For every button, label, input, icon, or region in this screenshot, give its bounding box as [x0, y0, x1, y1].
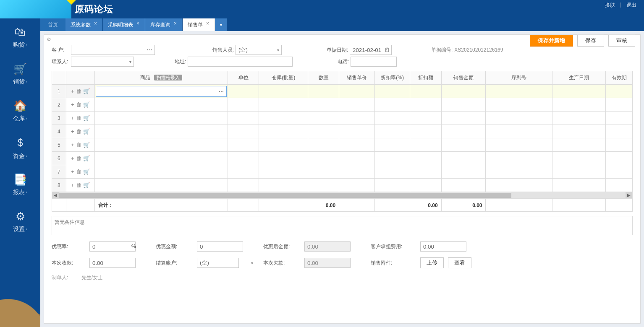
upload-button[interactable]: 上传 — [420, 257, 444, 268]
grid-cell[interactable] — [486, 138, 552, 152]
salesperson-select[interactable] — [236, 45, 282, 55]
grid-cell[interactable] — [410, 152, 441, 165]
save-add-button[interactable]: 保存并新增 — [530, 35, 573, 47]
sidebar-item-settings[interactable]: ⚙ 设置› — [0, 203, 40, 240]
grid-cell[interactable] — [339, 98, 375, 112]
items-table[interactable]: 商品 扫描枪录入 单位 仓库(批量) 数量 销售单价 折扣率(%) 折扣额 销售… — [52, 71, 633, 192]
grid-cell[interactable] — [410, 138, 441, 152]
grid-cell[interactable] — [374, 165, 410, 179]
tab-home[interactable]: 首页 — [40, 18, 65, 31]
grid-cell[interactable] — [308, 112, 339, 125]
add-row-icon[interactable]: + — [71, 101, 74, 108]
grid-cell[interactable] — [552, 138, 606, 152]
add-row-icon[interactable]: + — [71, 128, 74, 135]
grid-cell[interactable] — [552, 179, 606, 192]
grid-scrollbar[interactable]: ◀ ▶ — [52, 192, 633, 199]
sidebar-item-purchase[interactable]: 🛍 购货› — [0, 18, 40, 55]
sidebar-item-sales[interactable]: 🛒 销货› — [0, 55, 40, 92]
add-row-icon[interactable]: + — [71, 182, 74, 188]
grid-cell[interactable] — [552, 165, 606, 179]
product-cell[interactable] — [94, 179, 228, 192]
delete-row-icon[interactable]: 🗑 — [76, 169, 81, 175]
delete-row-icon[interactable]: 🗑 — [76, 115, 81, 121]
sidebar-item-money[interactable]: ＄ 资金› — [0, 129, 40, 166]
grid-cell[interactable] — [259, 85, 308, 98]
grid-cell[interactable] — [486, 85, 552, 98]
grid-cell[interactable] — [410, 112, 441, 125]
delete-row-icon[interactable]: 🗑 — [76, 155, 81, 161]
grid-cell[interactable] — [308, 165, 339, 179]
grid-cell[interactable] — [606, 152, 633, 165]
cart-row-icon[interactable]: 🛒 — [83, 169, 90, 175]
grid-cell[interactable] — [552, 152, 606, 165]
table-row[interactable]: 1+🗑🛒⋯ — [52, 85, 633, 98]
add-row-icon[interactable]: + — [71, 88, 74, 94]
sidebar-item-reports[interactable]: 📑 报表› — [0, 166, 40, 203]
grid-cell[interactable] — [259, 179, 308, 192]
grid-cell[interactable] — [259, 138, 308, 152]
grid-cell[interactable] — [374, 138, 410, 152]
grid-cell[interactable] — [441, 138, 486, 152]
grid-cell[interactable] — [486, 112, 552, 125]
grid-cell[interactable] — [308, 98, 339, 112]
add-row-icon[interactable]: + — [71, 142, 74, 148]
view-button[interactable]: 查看 — [448, 257, 471, 268]
skin-link[interactable]: 换肤 — [605, 2, 615, 9]
tab-more-icon[interactable]: ▾ — [215, 18, 227, 31]
address-input[interactable] — [188, 57, 293, 67]
cart-row-icon[interactable]: 🛒 — [83, 101, 90, 108]
close-icon[interactable]: × — [174, 21, 178, 26]
scroll-right-icon[interactable]: ▶ — [626, 192, 632, 198]
settle-acct-select[interactable] — [197, 258, 239, 268]
page-settings-icon[interactable]: ⚙ — [47, 36, 51, 42]
table-row[interactable]: 7+🗑🛒 — [52, 165, 633, 179]
grid-cell[interactable] — [308, 179, 339, 192]
sidebar-item-stock[interactable]: 🏠 仓库› — [0, 92, 40, 129]
customer-input[interactable] — [71, 45, 155, 55]
grid-cell[interactable] — [228, 112, 259, 125]
cart-row-icon[interactable]: 🛒 — [83, 88, 90, 94]
remarks-textarea[interactable] — [52, 216, 633, 235]
grid-cell[interactable] — [606, 85, 633, 98]
grid-cell[interactable] — [374, 152, 410, 165]
cart-row-icon[interactable]: 🛒 — [83, 128, 90, 135]
table-row[interactable]: 6+🗑🛒 — [52, 152, 633, 165]
tab-stock-query[interactable]: 库存查询 × — [145, 18, 183, 31]
grid-cell[interactable] — [552, 85, 606, 98]
cart-row-icon[interactable]: 🛒 — [83, 182, 90, 188]
close-icon[interactable]: × — [136, 21, 141, 26]
grid-cell[interactable] — [259, 125, 308, 138]
save-button[interactable]: 保存 — [577, 35, 604, 47]
grid-cell[interactable] — [606, 138, 633, 152]
grid-cell[interactable] — [339, 165, 375, 179]
grid-cell[interactable] — [606, 165, 633, 179]
audit-button[interactable]: 审核 — [608, 35, 635, 47]
cart-row-icon[interactable]: 🛒 — [83, 115, 90, 121]
grid-cell[interactable] — [410, 125, 441, 138]
grid-cell[interactable] — [441, 125, 486, 138]
delete-row-icon[interactable]: 🗑 — [76, 101, 81, 108]
table-row[interactable]: 3+🗑🛒 — [52, 112, 633, 125]
grid-cell[interactable] — [552, 125, 606, 138]
table-row[interactable]: 4+🗑🛒 — [52, 125, 633, 138]
grid-cell[interactable] — [308, 138, 339, 152]
product-cell[interactable] — [94, 112, 228, 125]
table-row[interactable]: 8+🗑🛒 — [52, 179, 633, 192]
grid-cell[interactable] — [441, 112, 486, 125]
cust-fee-input[interactable] — [420, 241, 466, 252]
delete-row-icon[interactable]: 🗑 — [76, 182, 81, 188]
grid-cell[interactable] — [339, 138, 375, 152]
close-icon[interactable]: × — [94, 21, 98, 26]
product-cell[interactable] — [94, 165, 228, 179]
grid-cell[interactable] — [374, 85, 410, 98]
tab-purchase-detail[interactable]: 采购明细表 × — [103, 18, 145, 31]
grid-cell[interactable] — [374, 179, 410, 192]
grid-cell[interactable] — [606, 112, 633, 125]
grid-cell[interactable] — [486, 125, 552, 138]
close-icon[interactable]: × — [206, 21, 210, 26]
phone-input[interactable] — [351, 57, 397, 67]
docdate-input[interactable] — [350, 45, 392, 55]
grid-cell[interactable] — [374, 125, 410, 138]
add-row-icon[interactable]: + — [71, 115, 74, 121]
grid-cell[interactable] — [228, 85, 259, 98]
